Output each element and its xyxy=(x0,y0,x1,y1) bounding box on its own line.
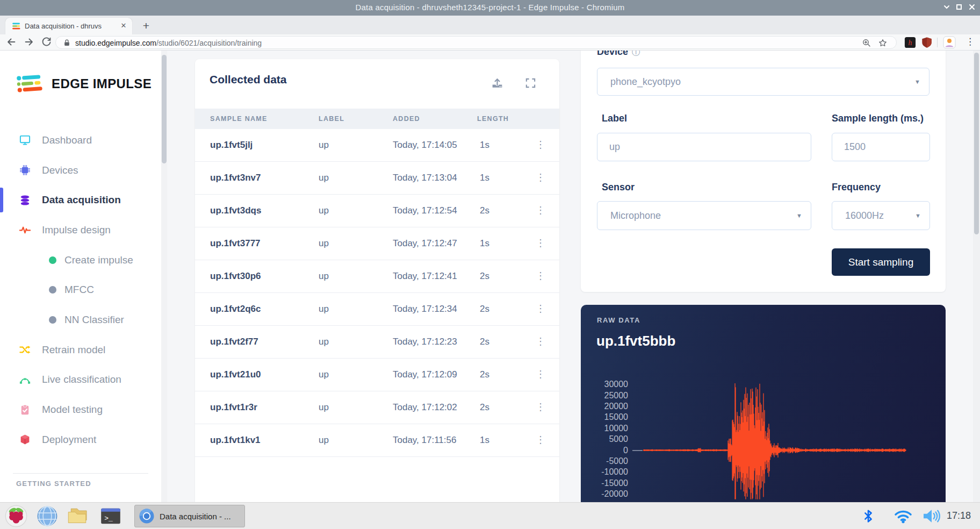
browser-scrollbar-thumb[interactable] xyxy=(974,53,979,234)
forward-button[interactable] xyxy=(23,36,37,50)
row-menu-button[interactable]: ⋮ xyxy=(532,401,549,413)
terminal-launcher[interactable]: >_ xyxy=(98,504,124,528)
taskbar-window-button[interactable]: Data acquisition - ... xyxy=(134,505,245,527)
table-row[interactable]: up.1fvt1r3rupToday, 17:12:022s⋮ xyxy=(195,391,559,424)
volume-button[interactable] xyxy=(921,508,942,526)
sample-length: 1s xyxy=(480,173,489,183)
table-row[interactable]: up.1fvt2q6cupToday, 17:12:342s⋮ xyxy=(195,293,559,326)
table-row[interactable]: up.1fvt3777upToday, 17:12:471s⋮ xyxy=(195,227,559,260)
info-icon[interactable]: ⓘ xyxy=(632,51,640,56)
raw-data-section-label: RAW DATA xyxy=(597,316,640,324)
collected-data-title: Collected data xyxy=(210,73,287,86)
row-menu-button[interactable]: ⋮ xyxy=(532,303,549,314)
row-menu-button[interactable]: ⋮ xyxy=(532,139,549,151)
collected-data-card: Collected data SAMPLE NAMELABELADDEDLENG… xyxy=(195,59,559,502)
sample-length-input[interactable] xyxy=(832,133,930,161)
reload-button[interactable] xyxy=(41,36,55,50)
shield-icon xyxy=(921,37,933,48)
browser-scrollbar[interactable] xyxy=(973,51,980,502)
brand-name: EDGE IMPULSE xyxy=(52,76,152,91)
sample-name: up.1fvt21u0 xyxy=(210,369,261,380)
active-indicator xyxy=(0,188,3,212)
table-row[interactable]: up.1fvt5jljupToday, 17:14:051s⋮ xyxy=(195,129,559,162)
sample-name: up.1fvt2q6c xyxy=(210,304,261,314)
sidebar-item-label: Impulse design xyxy=(42,224,111,236)
table-row[interactable]: up.1fvt1kv1upToday, 17:11:561s⋮ xyxy=(195,424,559,457)
row-menu-button[interactable]: ⋮ xyxy=(532,237,549,249)
sidebar-item-create-impulse[interactable]: Create impulse xyxy=(0,245,161,275)
sidebar-item-dashboard[interactable]: Dashboard xyxy=(0,125,161,155)
sample-length: 2s xyxy=(480,337,489,347)
bookmark-star-button[interactable] xyxy=(878,38,888,50)
sample-name: up.1fvt5jlj xyxy=(210,140,253,151)
wifi-button[interactable] xyxy=(893,509,913,526)
new-tab-button[interactable]: + xyxy=(139,19,154,34)
table-row[interactable]: up.1fvt21u0upToday, 17:12:092s⋮ xyxy=(195,359,559,391)
tab-close-icon[interactable]: ✕ xyxy=(119,22,128,30)
row-menu-button[interactable]: ⋮ xyxy=(532,171,549,183)
row-menu-button[interactable]: ⋮ xyxy=(532,434,549,446)
dot-green-icon xyxy=(46,256,59,264)
sidebar-item-data-acquisition[interactable]: Data acquisition xyxy=(0,185,161,215)
profile-avatar[interactable] xyxy=(943,36,956,51)
window-title: Data acquisition - dhruvsheth12345-proje… xyxy=(0,3,980,12)
expand-button[interactable] xyxy=(524,77,538,91)
table-row[interactable]: up.1fvt2f77upToday, 17:12:232s⋮ xyxy=(195,326,559,359)
sidebar-item-label: Data acquisition xyxy=(42,194,121,206)
edge-impulse-logo-icon xyxy=(16,72,45,96)
lock-icon[interactable] xyxy=(63,39,70,49)
row-menu-button[interactable]: ⋮ xyxy=(532,270,549,282)
table-row[interactable]: up.1fvt3nv7upToday, 17:13:041s⋮ xyxy=(195,162,559,195)
sidebar-item-live-classification[interactable]: Live classification xyxy=(0,365,161,395)
sidebar-item-deployment[interactable]: Deployment xyxy=(0,425,161,455)
window-close-button[interactable] xyxy=(966,2,978,14)
app-scrollbar-thumb[interactable] xyxy=(162,55,167,163)
sidebar-item-nn-classifier[interactable]: NN Classifier xyxy=(0,305,161,335)
web-browser-launcher[interactable] xyxy=(34,504,60,528)
sample-added: Today, 17:12:02 xyxy=(393,402,457,413)
start-sampling-button[interactable]: Start sampling xyxy=(832,248,930,276)
taskbar: >_ Data acquisition - ... xyxy=(0,502,980,529)
device-value: phone_kcyotpyo xyxy=(610,76,681,88)
sidebar-item-impulse-design[interactable]: Impulse design xyxy=(0,215,161,245)
file-manager-launcher[interactable] xyxy=(66,504,91,528)
sensor-select[interactable]: Microphone▼ xyxy=(597,201,811,230)
app-scrollbar[interactable] xyxy=(161,51,167,502)
extension-h-button[interactable]: h xyxy=(904,37,916,51)
star-icon xyxy=(878,38,888,48)
sample-label: up xyxy=(319,173,329,183)
sidebar-item-devices[interactable]: Devices xyxy=(0,155,161,185)
monitor-icon xyxy=(18,134,31,146)
app-menu-button[interactable] xyxy=(3,504,29,528)
sidebar-item-model-testing[interactable]: Model testing xyxy=(0,395,161,425)
sidebar-item-retrain-model[interactable]: Retrain model xyxy=(0,335,161,365)
back-button[interactable] xyxy=(5,36,19,50)
maximize-icon xyxy=(956,4,962,10)
sidebar-item-label: NN Classifier xyxy=(64,314,124,326)
edge-impulse-logo[interactable]: EDGE IMPULSE xyxy=(16,72,152,96)
bluetooth-button[interactable] xyxy=(862,508,875,526)
window-shade-button[interactable] xyxy=(941,2,953,14)
shield-extension-button[interactable] xyxy=(921,37,933,51)
sample-added: Today, 17:11:56 xyxy=(393,435,456,446)
row-menu-button[interactable]: ⋮ xyxy=(532,204,549,216)
browser-tab[interactable]: Data acquisition - dhruvs ✕ xyxy=(5,18,132,34)
label-input[interactable] xyxy=(597,133,811,161)
row-menu-button[interactable]: ⋮ xyxy=(532,368,549,380)
address-bar[interactable]: studio.edgeimpulse.com/studio/6021/acqui… xyxy=(55,36,897,49)
browser-menu-button[interactable]: ⋮ xyxy=(965,36,975,47)
frequency-select[interactable]: 16000Hz▼ xyxy=(832,201,930,230)
wifi-icon xyxy=(893,509,913,524)
table-row[interactable]: up.1fvt30p6upToday, 17:12:412s⋮ xyxy=(195,260,559,293)
sample-name: up.1fvt3nv7 xyxy=(210,173,261,183)
window-maximize-button[interactable] xyxy=(953,2,965,14)
row-menu-button[interactable]: ⋮ xyxy=(532,335,549,347)
sensor-label: Sensor xyxy=(602,182,635,193)
sample-length: 2s xyxy=(480,369,489,380)
table-row[interactable]: up.1fvt3dqsupToday, 17:12:542s⋮ xyxy=(195,195,559,227)
sidebar-item-mfcc[interactable]: MFCC xyxy=(0,275,161,305)
upload-button[interactable] xyxy=(491,77,505,91)
zoom-button[interactable] xyxy=(862,38,871,50)
raw-data-sample-title: up.1fvt5bbb xyxy=(596,333,675,349)
device-select[interactable]: phone_kcyotpyo▼ xyxy=(597,68,929,96)
